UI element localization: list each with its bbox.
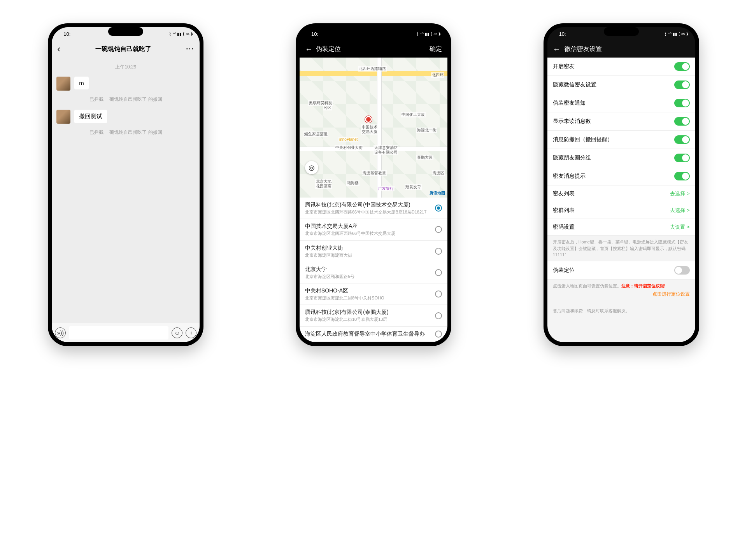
setting-row[interactable]: 显示未读消息数 [547,112,695,131]
map-label: 翔黄发育 [405,184,422,190]
chat-title: 一碗馄饨自己就吃了 [95,45,151,53]
radio-icon[interactable] [435,205,442,212]
map-road [300,71,447,76]
message-input[interactable] [69,326,168,340]
toggle-switch[interactable] [674,154,690,162]
toggle-switch[interactable] [674,135,690,144]
radio-icon[interactable] [435,226,442,233]
map-label: 交易大厦 [361,129,378,135]
radio-icon[interactable] [435,290,442,298]
toggle-switch[interactable] [674,266,690,275]
radio-icon[interactable] [435,248,442,255]
notch [604,27,639,36]
location-list[interactable]: 腾讯科技(北京)有限公司(中国技术交易大厦)北京市海淀区北四环西路66号中国技术… [300,198,447,342]
setting-label: 消息防撤回（撤回提醒） [553,136,613,143]
back-icon[interactable]: ‹ [57,44,60,54]
setting-row-fakelocation[interactable]: 伪装定位 [547,261,695,280]
location-header: ← 伪装定位 确定 [300,40,447,58]
toggle-switch[interactable] [674,99,690,107]
setting-row[interactable]: 密群列表去选择 > [547,202,695,219]
confirm-button[interactable]: 确定 [430,45,442,53]
setting-action-link[interactable]: 去选择 > [670,190,689,197]
status-icons: ⌇ ⁴ᴳ ▮▮ 85 [664,31,687,37]
message-row: m [56,77,195,91]
notch [108,27,143,36]
avatar[interactable] [56,110,70,124]
setting-row[interactable]: 密友列表去选择 > [547,186,695,202]
message-bubble[interactable]: 撤回测试 [74,110,107,123]
setting-row[interactable]: 伪装密友通知 [547,94,695,112]
map-label: 鳗鱼家居酒屋 [303,131,328,137]
settings-body: 开启密友隐藏微信密友设置伪装密友通知显示未读消息数消息防撤回（撤回提醒）隐藏朋友… [547,58,695,342]
phone-settings: 10: ⌇ ⁴ᴳ ▮▮ 85 ← 微信密友设置 开启密友隐藏微信密友设置伪装密友… [544,23,699,346]
location-item[interactable]: 中关村创业大街北京市海淀区海淀西大街 [300,241,447,262]
map-view[interactable]: 北四环西路辅路 北四环 奥琪玮昊科技 公区 鳗鱼家居酒屋 innoPlanet … [300,58,447,198]
avatar[interactable] [56,77,70,91]
setting-label: 隐藏朋友圈分组 [553,154,591,161]
setting-row[interactable]: 密友消息提示 [547,167,695,186]
location-name: 中关村创业大街 [305,245,431,252]
map-label: 广发银行 [377,186,395,191]
signal-icon: ⁴ᴳ ▮▮ [173,32,182,36]
setting-label: 密友列表 [553,190,575,197]
status-icons: ⌇ ⁴ᴳ ▮▮ 84 [169,31,192,37]
toggle-switch[interactable] [674,62,690,71]
locate-me-button[interactable]: ◎ [305,161,318,174]
toggle-switch[interactable] [674,172,690,180]
toggle-switch[interactable] [674,117,690,126]
battery-icon: 82 [431,32,440,36]
location-item[interactable]: 中关村SOHO-A区北京市海淀区海淀北二街8号中关村SOHO [300,284,447,305]
map-pin-icon [365,116,372,123]
map-label: 中国化工大厦 [401,112,426,117]
wifi-icon: ⌇ [416,31,419,37]
more-icon[interactable]: ··· [186,45,194,53]
location-address: 北京市海淀区北四环西路66号中国技术交易大厦B座18层D18217 [305,209,431,215]
setting-action-link[interactable]: 去设置 > [670,224,689,231]
hint-text: 开启密友后，Home键、摇一摇、菜单键、电源熄屏进入隐藏模式【密友及功能设置】会… [547,236,695,261]
map-label: innoPlanet [338,137,358,142]
emoji-icon[interactable]: ☺ [172,327,182,338]
signal-icon: ⁴ᴳ ▮▮ [420,32,430,36]
setting-action-link[interactable]: 去选择 > [670,207,689,214]
notch [356,27,391,36]
location-item[interactable]: 中国技术交易大厦A座北京市海淀区北四环西路66号中国技术交易大厦 [300,219,447,240]
setting-label: 伪装密友通知 [553,100,586,107]
hint-text: 售后问题和续费，请及时联系客服解决。 [547,301,695,317]
radio-icon[interactable] [435,269,442,276]
location-item[interactable]: 北京大学北京市海淀区颐和园路5号 [300,262,447,284]
radio-icon[interactable] [435,312,442,319]
settings-header: ← 微信密友设置 [547,40,695,58]
message-bubble[interactable]: m [74,77,89,89]
setting-row[interactable]: 隐藏朋友圈分组 [547,149,695,167]
warning-text: 注意：请开启定位权限! [621,284,666,288]
status-icons: ⌇ ⁴ᴳ ▮▮ 82 [416,31,440,37]
location-name: 腾讯科技(北京)有限公司(泰鹏大厦) [305,309,431,316]
back-icon[interactable]: ← [553,45,561,54]
setting-row[interactable]: 密码设置去设置 > [547,219,695,236]
message-row: 撤回测试 [56,110,195,124]
location-address: 北京市海淀区海淀北二街8号中关村SOHO [305,295,431,301]
toggle-switch[interactable] [674,80,690,89]
radio-icon[interactable] [435,331,442,338]
setting-label: 隐藏微信密友设置 [553,81,596,88]
setting-label: 密友消息提示 [553,173,586,180]
location-settings-link[interactable]: 点击进行定位设置 [553,290,690,298]
location-item[interactable]: 腾讯科技(北京)有限公司(泰鹏大厦)北京市海淀区海淀北二街10号泰鹏大厦13层 [300,305,447,326]
setting-row[interactable]: 隐藏微信密友设置 [547,76,695,94]
header-title: 伪装定位 [316,45,341,53]
location-item[interactable]: 海淀区人民政府教育督导室中小学体育卫生督导办 [300,327,447,342]
plus-icon[interactable]: + [186,327,196,338]
signal-icon: ⁴ᴳ ▮▮ [668,32,677,36]
phone-chat: 10: ⌇ ⁴ᴳ ▮▮ 84 ‹ 一碗馄饨自己就吃了 ··· 上午10:29 m… [48,23,203,346]
setting-label: 密码设置 [553,224,575,231]
back-icon[interactable]: ← [305,45,313,54]
location-address: 北京市海淀区海淀北二街10号泰鹏大厦13层 [305,317,431,322]
location-item[interactable]: 腾讯科技(北京)有限公司(中国技术交易大厦)北京市海淀区北四环西路66号中国技术… [300,198,447,219]
setting-row[interactable]: 消息防撤回（撤回提醒） [547,131,695,149]
voice-icon[interactable]: »)) [55,327,66,338]
location-address: 北京市海淀区北四环西路66号中国技术交易大厦 [305,231,431,236]
phone-location: 10: ⌇ ⁴ᴳ ▮▮ 82 ← 伪装定位 确定 北四环西路辅路 北四 [296,23,451,346]
map-label: 泰鹏大厦 [416,155,433,160]
setting-row[interactable]: 开启密友 [547,58,695,76]
header-title: 微信密友设置 [565,45,602,53]
